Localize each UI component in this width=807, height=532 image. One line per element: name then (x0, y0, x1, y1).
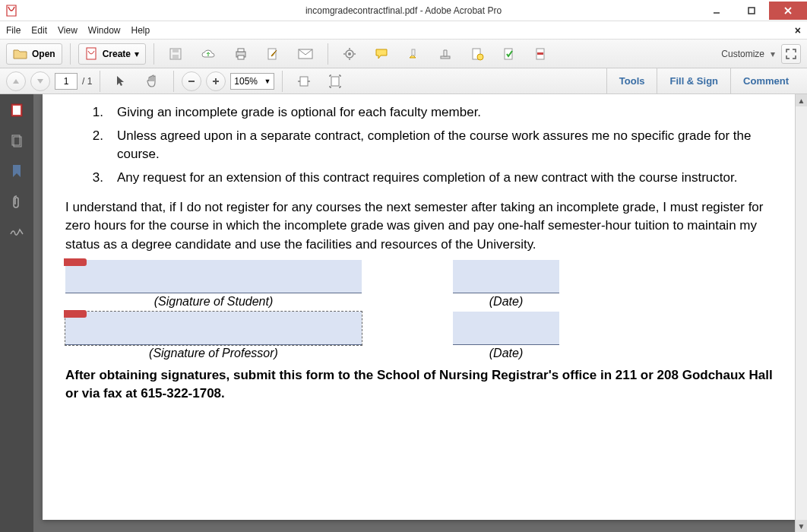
list-number: 3. (81, 169, 117, 188)
bookmarks-icon[interactable] (8, 163, 25, 179)
svg-rect-23 (505, 49, 512, 59)
svg-rect-34 (13, 106, 21, 115)
svg-rect-11 (268, 49, 276, 59)
select-tool[interactable] (108, 71, 134, 92)
edit-button[interactable] (259, 43, 286, 65)
attachments-icon[interactable] (8, 193, 25, 210)
navigation-sidebar (0, 94, 33, 532)
list-item: 2. Unless agreed upon in a separate cont… (81, 127, 775, 164)
create-pdf-icon (85, 47, 99, 61)
settings-button[interactable] (336, 43, 363, 65)
required-tag-icon (64, 310, 87, 318)
menu-window[interactable]: Window (88, 25, 121, 36)
chevron-down-icon: ▼ (264, 78, 271, 85)
separator (153, 43, 154, 65)
page-up-button[interactable] (6, 71, 26, 91)
fit-page-icon (329, 74, 341, 88)
menu-help[interactable]: Help (131, 25, 150, 36)
hand-icon (145, 74, 159, 88)
attach-button[interactable] (464, 43, 491, 65)
zoom-select[interactable]: 105% ▼ (230, 73, 274, 90)
page-number-input[interactable] (55, 73, 78, 90)
print-button[interactable] (227, 43, 255, 65)
scroll-up-icon[interactable]: ▲ (796, 94, 807, 106)
signature-professor-label: (Signature of Professor) (65, 347, 362, 360)
menu-view[interactable]: View (58, 25, 78, 36)
list-text: Unless agreed upon in a separate contrac… (117, 127, 775, 164)
close-button[interactable] (769, 2, 807, 20)
signatures-icon[interactable] (8, 223, 25, 240)
list-text: Any request for an extension of this con… (117, 169, 775, 188)
email-button[interactable] (291, 43, 320, 65)
tools-panel-link[interactable]: Tools (606, 68, 657, 93)
arrow-down-icon (36, 78, 44, 85)
scroll-down-icon[interactable]: ▼ (796, 520, 807, 532)
thumbnails-icon[interactable] (8, 102, 25, 119)
customize-label[interactable]: Customize (721, 49, 764, 59)
comment-button[interactable] (368, 43, 395, 65)
date-professor-field[interactable] (453, 312, 559, 345)
gear-icon (343, 47, 356, 61)
open-label: Open (32, 49, 55, 59)
page-down-button[interactable] (30, 71, 50, 91)
stamp-button[interactable] (432, 43, 459, 65)
cloud-button[interactable] (194, 43, 223, 65)
menubar-close-icon[interactable]: × (795, 24, 801, 36)
sign-button[interactable] (495, 43, 523, 65)
main-toolbar: Open Create ▾ Customize ▾ (0, 40, 807, 68)
svg-rect-10 (238, 55, 244, 59)
menu-file[interactable]: File (6, 25, 21, 36)
separator (282, 71, 283, 92)
separator (100, 71, 100, 92)
zoom-in-button[interactable] (206, 71, 226, 91)
separator (328, 43, 328, 65)
fit-page-button[interactable] (322, 71, 348, 92)
highlight-button[interactable] (400, 43, 427, 65)
svg-rect-29 (300, 77, 308, 86)
maximize-button[interactable] (734, 2, 769, 20)
expand-icon (786, 49, 796, 59)
required-tag-icon (64, 258, 87, 266)
signature-professor-field[interactable] (65, 312, 362, 345)
create-button[interactable]: Create ▾ (78, 43, 146, 65)
fullscreen-button[interactable] (781, 44, 801, 64)
document-viewport[interactable]: 1. Giving an incomplete grade is optiona… (33, 94, 807, 532)
menu-edit[interactable]: Edit (31, 25, 47, 36)
redact-button[interactable] (527, 43, 555, 65)
page-redact-icon (534, 47, 548, 61)
fill-sign-panel-link[interactable]: Fill & Sign (657, 68, 730, 93)
separator (70, 43, 71, 65)
list-number: 1. (81, 103, 117, 122)
pages-icon[interactable] (8, 132, 25, 149)
fit-width-button[interactable] (290, 71, 318, 92)
paragraph: I understand that, if I do not register … (65, 198, 775, 255)
arrow-up-icon (12, 78, 20, 85)
title-bar: incomgradecontractfinal.pdf - Adobe Acro… (0, 0, 807, 21)
save-button[interactable] (162, 43, 189, 65)
hand-tool[interactable] (138, 71, 166, 92)
menu-bar: File Edit View Window Help × (0, 21, 807, 40)
chevron-down-icon: ▾ (134, 49, 139, 59)
list-number: 2. (81, 127, 117, 164)
comment-panel-link[interactable]: Comment (730, 68, 801, 93)
list-item: 3. Any request for an extension of this … (81, 169, 775, 188)
vertical-scrollbar[interactable]: ▲ ▼ (795, 94, 807, 532)
svg-rect-6 (172, 49, 179, 52)
minus-icon (187, 77, 196, 86)
svg-point-14 (348, 52, 351, 55)
date-label: (Date) (453, 347, 559, 360)
svg-rect-9 (238, 49, 244, 52)
minimize-button[interactable] (699, 2, 734, 20)
open-button[interactable]: Open (6, 43, 62, 65)
signature-student-label: (Signature of Student) (65, 295, 362, 309)
stamp-icon (438, 47, 452, 61)
folder-open-icon (13, 48, 28, 60)
main-area: 1. Giving an incomplete grade is optiona… (0, 94, 807, 532)
navigation-toolbar: / 1 105% ▼ Tools Fill & Sign Comment (0, 68, 807, 94)
submit-instructions: After obtaining signatures, submit this … (65, 366, 775, 403)
signature-student-field[interactable] (65, 260, 362, 293)
list-text: Giving an incomplete grade is optional f… (117, 103, 775, 122)
date-student-field[interactable] (453, 260, 559, 293)
separator (173, 71, 174, 92)
zoom-out-button[interactable] (182, 71, 201, 91)
